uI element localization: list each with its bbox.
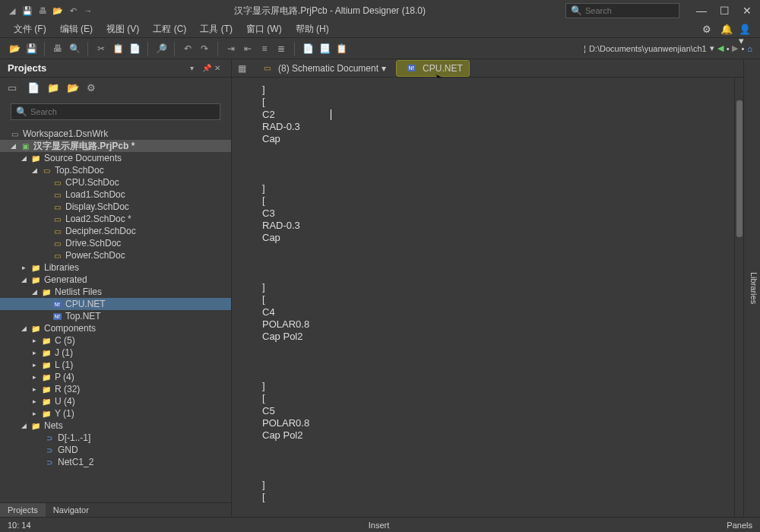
close-button[interactable]: ✕ [740, 4, 754, 17]
redo-icon[interactable]: ↷ [198, 42, 211, 55]
nav-back-icon[interactable]: ◀ [717, 43, 724, 53]
breadcrumb-path[interactable]: D:\Documents\yuanwenjian\ch1 [589, 44, 707, 53]
menu-project[interactable]: 工程 (C) [148, 21, 191, 37]
menu-view[interactable]: 视图 (V) [102, 21, 144, 37]
right-panel-strip[interactable]: Libraries [743, 59, 760, 517]
panel-dropdown-icon[interactable]: ▾ [190, 64, 199, 73]
doc3-icon[interactable]: 📋 [334, 42, 348, 55]
tree-source-docs[interactable]: ◢📁Source Documents [0, 152, 231, 164]
breadcrumb-dd[interactable]: ▾ [710, 43, 714, 53]
tree-doc[interactable]: ▭Load2.SchDoc * [0, 213, 231, 225]
tree-doc[interactable]: ▭Drive.SchDoc [0, 237, 231, 249]
tree-net[interactable]: ⊃GND [0, 444, 231, 456]
tree-doc[interactable]: ▭Load1.SchDoc [0, 188, 231, 201]
expander-icon[interactable]: ▸ [30, 410, 38, 417]
notifications-icon[interactable]: 🔔 [720, 24, 733, 36]
tree-doc[interactable]: ▭Decipher.SchDoc [0, 225, 231, 237]
tab-navigator[interactable]: Navigator [46, 503, 97, 517]
tree-doc[interactable]: ▭Display.SchDoc [0, 201, 231, 213]
doc1-icon[interactable]: 📄 [301, 42, 315, 55]
tree-nets[interactable]: ◢📁Nets [0, 420, 231, 432]
expander-icon[interactable]: ▸ [30, 337, 38, 344]
tree-comp[interactable]: ▸📁L (1) [0, 359, 231, 371]
global-search-input[interactable] [585, 6, 674, 15]
tab-cpu-net[interactable]: Nf CPU.NET ➤ [396, 60, 470, 77]
tree-netfile[interactable]: NfTop.NET [0, 310, 231, 322]
open-icon[interactable]: 📂 [52, 5, 64, 17]
minimize-button[interactable]: — [695, 4, 708, 17]
tree-net[interactable]: ⊃D[-1..-1] [0, 432, 231, 444]
menu-file[interactable]: 文件 (F) [9, 21, 51, 37]
menu-window[interactable]: 窗口 (W) [242, 21, 287, 37]
tree-components[interactable]: ◢📁Components [0, 322, 231, 334]
tree-netfile[interactable]: NfCPU.NET [0, 298, 231, 310]
nav-fwd-icon[interactable]: ▶ [732, 43, 738, 53]
save-icon[interactable]: 💾 [21, 5, 33, 17]
indent-icon[interactable]: ⇥ [224, 42, 238, 55]
expander-icon[interactable]: ◢ [20, 154, 27, 162]
editor-scrollbar[interactable] [734, 78, 743, 517]
tab-schematic[interactable]: ▭ (8) Schematic Document ▾ [252, 60, 393, 77]
back-icon[interactable]: ↶ [67, 5, 79, 17]
settings-icon[interactable]: ⚙ [702, 24, 714, 36]
tree-comp[interactable]: ▸📁Y (1) [0, 407, 231, 420]
list-icon[interactable]: ≡ [258, 42, 271, 55]
tree-comp[interactable]: ▸📁J (1) [0, 347, 231, 359]
tree-comp[interactable]: ▸📁R (32) [0, 383, 231, 395]
undo-icon[interactable]: ↶ [181, 42, 195, 55]
panel-tool1-icon[interactable]: ▭ [8, 82, 20, 94]
print-tool-icon[interactable]: 🖶 [51, 42, 65, 55]
expander-icon[interactable]: ▸ [30, 361, 38, 369]
open-tool-icon[interactable]: 📂 [8, 42, 21, 55]
expander-icon[interactable]: ◢ [9, 142, 17, 150]
tree-project[interactable]: ◢▣汉字显示屏电路.PrjPcb * [0, 140, 231, 152]
panel-tool5-icon[interactable]: ⚙ [87, 82, 99, 94]
tree-generated[interactable]: ◢📁Generated [0, 274, 231, 286]
user-icon[interactable]: 👤▾ [739, 24, 751, 36]
expander-icon[interactable]: ◢ [20, 276, 27, 283]
preview-tool-icon[interactable]: 🔍 [68, 42, 81, 55]
expander-icon[interactable]: ▸ [30, 373, 38, 381]
panel-close-icon[interactable]: ✕ [214, 64, 223, 73]
maximize-button[interactable]: ☐ [717, 4, 731, 17]
panel-tool3-icon[interactable]: 📁 [47, 82, 59, 94]
expander-icon[interactable]: ▸ [30, 385, 38, 393]
save-tool-icon[interactable]: 💾 [24, 42, 38, 55]
panel-tool2-icon[interactable]: 📄 [27, 82, 40, 94]
expander-icon[interactable]: ◢ [20, 422, 27, 429]
tree-comp[interactable]: ▸📁P (4) [0, 371, 231, 383]
list2-icon[interactable]: ≣ [274, 42, 288, 55]
panel-pin-icon[interactable]: 📌 [202, 64, 211, 73]
panels-button[interactable]: Panels [727, 521, 752, 530]
expander-icon[interactable]: ◢ [30, 166, 38, 174]
cut-icon[interactable]: ✂ [94, 42, 108, 55]
tree-comp[interactable]: ▸📁C (5) [0, 334, 231, 347]
menu-help[interactable]: 帮助 (H) [291, 21, 334, 37]
expander-icon[interactable]: ▸ [30, 349, 38, 356]
global-search[interactable]: 🔍 [565, 3, 679, 18]
panel-search[interactable]: 🔍 [11, 103, 220, 120]
tree-doc[interactable]: ▭Power.SchDoc [0, 249, 231, 261]
expander-icon[interactable]: ▸ [20, 264, 27, 271]
panel-tool4-icon[interactable]: 📂 [67, 82, 79, 94]
tabs-menu-icon[interactable]: ▦ [235, 62, 249, 75]
tab-dd-icon[interactable]: ▾ [382, 63, 386, 74]
find-icon[interactable]: 🔎 [154, 42, 168, 55]
print-icon[interactable]: 🖶 [36, 5, 49, 17]
home-icon[interactable]: ⌂ [747, 44, 752, 53]
panel-search-input[interactable] [30, 107, 215, 116]
menu-tools[interactable]: 工具 (T) [195, 21, 237, 37]
menu-edit[interactable]: 编辑 (E) [55, 21, 97, 37]
tree-netlist[interactable]: ◢📁Netlist Files [0, 286, 231, 298]
scroll-thumb[interactable] [736, 100, 743, 237]
tree-workspace[interactable]: ▭Workspace1.DsnWrk [0, 128, 231, 140]
copy-icon[interactable]: 📋 [111, 42, 125, 55]
tree-doc[interactable]: ◢▭Top.SchDoc [0, 164, 231, 176]
doc2-icon[interactable]: 📃 [318, 42, 331, 55]
expander-icon[interactable]: ◢ [20, 325, 27, 332]
tree-doc[interactable]: ▭CPU.SchDoc [0, 176, 231, 188]
tree-net[interactable]: ⊃NetC1_2 [0, 456, 231, 468]
tree-libraries[interactable]: ▸📁Libraries [0, 261, 231, 274]
fwd-icon[interactable]: → [82, 5, 94, 17]
tab-projects[interactable]: Projects [0, 503, 46, 517]
